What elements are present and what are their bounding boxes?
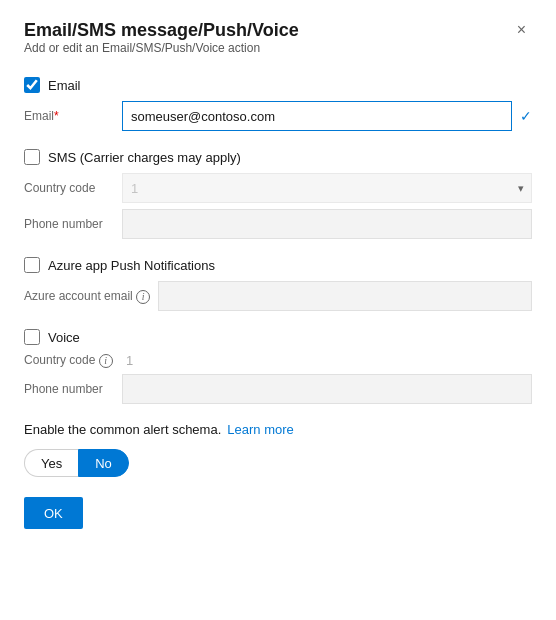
yes-toggle-button[interactable]: Yes xyxy=(24,449,78,477)
dialog: Email/SMS message/Push/Voice Add or edit… xyxy=(0,0,556,620)
sms-checkbox-row: SMS (Carrier charges may apply) xyxy=(24,149,532,165)
sms-checkbox[interactable] xyxy=(24,149,40,165)
email-checkbox-label[interactable]: Email xyxy=(48,78,81,93)
learn-more-link[interactable]: Learn more xyxy=(227,422,293,437)
voice-checkbox-label[interactable]: Voice xyxy=(48,330,80,345)
email-input[interactable] xyxy=(122,101,512,131)
alert-schema-row: Enable the common alert schema. Learn mo… xyxy=(24,422,532,437)
email-field-row: Email* ✓ xyxy=(24,101,532,131)
email-check-icon: ✓ xyxy=(520,108,532,124)
email-section: Email Email* ✓ xyxy=(24,77,532,131)
close-button[interactable]: × xyxy=(511,20,532,40)
email-checkbox[interactable] xyxy=(24,77,40,93)
sms-checkbox-label[interactable]: SMS (Carrier charges may apply) xyxy=(48,150,241,165)
ok-button[interactable]: OK xyxy=(24,497,83,529)
sms-country-code-row: Country code 1 ▾ xyxy=(24,173,532,203)
push-email-input[interactable] xyxy=(158,281,532,311)
push-email-label: Azure account email i xyxy=(24,289,150,304)
voice-section: Voice Country code i 1 Phone number xyxy=(24,329,532,404)
push-info-icon[interactable]: i xyxy=(136,290,150,304)
voice-country-code-row: Country code i 1 xyxy=(24,353,532,368)
sms-section: SMS (Carrier charges may apply) Country … xyxy=(24,149,532,239)
email-field-label: Email* xyxy=(24,109,114,123)
dialog-subtitle: Add or edit an Email/SMS/Push/Voice acti… xyxy=(24,41,299,55)
sms-phone-row: Phone number xyxy=(24,209,532,239)
dialog-header: Email/SMS message/Push/Voice Add or edit… xyxy=(24,20,532,73)
required-marker: * xyxy=(54,109,59,123)
sms-phone-input[interactable] xyxy=(122,209,532,239)
sms-country-select[interactable]: 1 xyxy=(122,173,532,203)
push-email-row: Azure account email i xyxy=(24,281,532,311)
push-section: Azure app Push Notifications Azure accou… xyxy=(24,257,532,311)
voice-country-code-value: 1 xyxy=(122,353,133,368)
voice-checkbox[interactable] xyxy=(24,329,40,345)
voice-country-code-label: Country code i xyxy=(24,353,114,368)
sms-country-select-wrapper: 1 ▾ xyxy=(122,173,532,203)
dialog-title: Email/SMS message/Push/Voice xyxy=(24,20,299,41)
no-toggle-button[interactable]: No xyxy=(78,449,129,477)
alert-schema-text: Enable the common alert schema. xyxy=(24,422,221,437)
toggle-row: Yes No xyxy=(24,449,532,477)
voice-phone-input[interactable] xyxy=(122,374,532,404)
voice-phone-label: Phone number xyxy=(24,382,114,396)
voice-info-icon[interactable]: i xyxy=(99,354,113,368)
push-checkbox[interactable] xyxy=(24,257,40,273)
push-checkbox-label[interactable]: Azure app Push Notifications xyxy=(48,258,215,273)
push-checkbox-row: Azure app Push Notifications xyxy=(24,257,532,273)
voice-checkbox-row: Voice xyxy=(24,329,532,345)
voice-phone-row: Phone number xyxy=(24,374,532,404)
email-checkbox-row: Email xyxy=(24,77,532,93)
sms-country-code-label: Country code xyxy=(24,181,114,195)
sms-phone-label: Phone number xyxy=(24,217,114,231)
